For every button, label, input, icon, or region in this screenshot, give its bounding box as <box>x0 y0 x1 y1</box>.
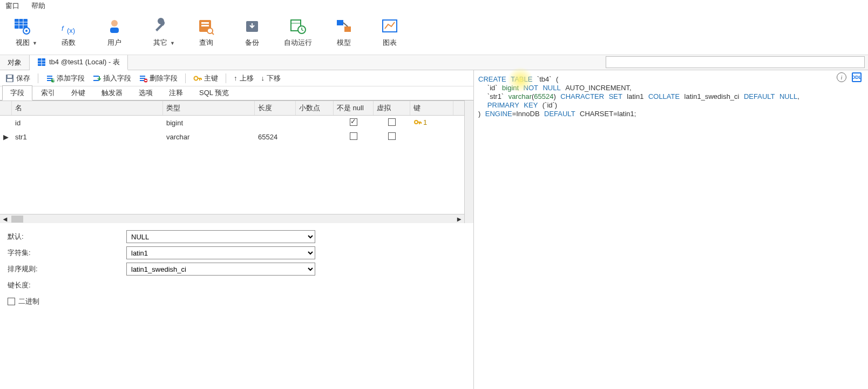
filter-input[interactable] <box>606 56 865 68</box>
query-icon <box>196 16 216 37</box>
ribbon-user[interactable]: 用户 <box>94 14 134 55</box>
designer-subtabs: 字段 索引 外键 触发器 选项 注释 SQL 预览 <box>0 86 473 100</box>
horizontal-scrollbar[interactable]: ◄► <box>0 214 464 223</box>
key-icon <box>193 74 202 83</box>
charset-label: 字符集: <box>8 248 126 258</box>
insert-field-button[interactable]: 插入字段 <box>90 72 133 84</box>
subtab-options[interactable]: 选项 <box>131 86 160 100</box>
keylen-label: 键长度: <box>8 280 126 290</box>
cell-key[interactable] <box>410 135 453 139</box>
notnull-checkbox[interactable] <box>350 132 357 140</box>
svg-line-22 <box>343 23 348 26</box>
row-selector[interactable] <box>0 121 12 125</box>
insert-field-icon <box>92 74 101 83</box>
col-virtual[interactable]: 虚拟 <box>374 101 410 115</box>
cell-decimals[interactable] <box>296 135 334 139</box>
user-icon <box>104 16 125 37</box>
subtab-comment[interactable]: 注释 <box>161 86 191 100</box>
vertical-scrollbar[interactable] <box>464 100 473 223</box>
add-field-label: 添加字段 <box>57 73 85 83</box>
cell-type[interactable]: varchar <box>163 131 255 143</box>
move-up-label: 上移 <box>240 73 254 83</box>
subtab-triggers[interactable]: 触发器 <box>94 86 130 100</box>
move-down-button[interactable]: ↓ 下移 <box>259 72 283 84</box>
default-label: 默认: <box>8 232 126 242</box>
collation-label: 排序规则: <box>8 264 126 274</box>
menu-help[interactable]: 帮助 <box>31 1 45 11</box>
ribbon-function[interactable]: f(x) 函数 <box>48 14 89 55</box>
subtab-indexes[interactable]: 索引 <box>33 86 63 100</box>
svg-text:(x): (x) <box>67 26 75 35</box>
move-up-button[interactable]: ↑ 上移 <box>232 72 256 84</box>
separator <box>38 73 38 83</box>
col-type[interactable]: 类型 <box>163 101 255 115</box>
tab-designer[interactable]: tb4 @test1 (Local) - 表 <box>30 55 128 70</box>
chart-icon <box>379 16 400 37</box>
ribbon-other[interactable]: 其它 ▼ <box>140 14 180 55</box>
binary-label: 二进制 <box>18 297 39 306</box>
grid-header: 名 类型 长度 小数点 不是 null 虚拟 键 <box>0 100 464 116</box>
ribbon-model[interactable]: 模型 <box>323 14 364 55</box>
ribbon-autorun[interactable]: 自动运行 <box>277 14 318 55</box>
svg-point-43 <box>194 76 198 80</box>
subtab-foreign-keys[interactable]: 外键 <box>64 86 93 100</box>
cell-name[interactable]: id <box>12 117 163 129</box>
svg-rect-20 <box>337 20 343 25</box>
virtual-checkbox[interactable] <box>388 118 396 126</box>
tab-objects-label: 对象 <box>8 58 22 68</box>
svg-text:f: f <box>62 24 64 32</box>
ribbon-query-label: 查询 <box>199 38 213 48</box>
col-decimals[interactable]: 小数点 <box>296 101 334 115</box>
ribbon-view-label: 视图 <box>16 38 30 48</box>
fx-icon: f(x) <box>58 16 79 37</box>
pk-label: 主键 <box>204 73 218 83</box>
cell-name[interactable]: str1 <box>12 131 163 143</box>
collation-select[interactable]: latin1_swedish_ci <box>126 263 315 276</box>
default-select[interactable]: NULL <box>126 230 315 243</box>
svg-rect-10 <box>110 28 119 33</box>
primary-key-indicator: 1 <box>413 118 427 126</box>
delete-field-button[interactable]: 删除字段 <box>137 72 180 84</box>
binary-checkbox[interactable] <box>8 298 15 305</box>
ribbon-chart[interactable]: 图表 <box>369 14 410 55</box>
notnull-checkbox[interactable] <box>350 118 357 126</box>
arrow-down-icon: ↓ <box>261 74 265 82</box>
table-row[interactable]: id bigint 1 <box>0 116 464 130</box>
add-field-button[interactable]: + 添加字段 <box>44 72 87 84</box>
row-selector[interactable]: ▶ <box>0 131 12 143</box>
svg-rect-30 <box>7 79 12 82</box>
ribbon-query[interactable]: 查询 <box>186 14 226 55</box>
subtab-fields[interactable]: 字段 <box>2 85 32 100</box>
sql-text: CREATE TABLE `tb4` ( `id` bigint NOT NUL… <box>478 75 868 118</box>
tab-designer-label: tb4 @test1 (Local) - 表 <box>49 57 120 67</box>
cell-type[interactable]: bigint <box>163 117 255 129</box>
filter-box <box>606 56 865 69</box>
info-icon[interactable]: i <box>837 72 846 82</box>
menu-window[interactable]: 窗口 <box>5 1 19 11</box>
col-key[interactable]: 键 <box>410 101 453 115</box>
ribbon-function-label: 函数 <box>62 38 76 48</box>
designer-panel: 保存 + 添加字段 插入字段 删除字段 主键 ↑ 上 <box>0 70 474 389</box>
tab-objects[interactable]: 对象 <box>0 55 30 70</box>
ddl-panel: i DDL CREATE TABLE `tb4` ( `id` bigint N… <box>474 70 868 389</box>
binary-checkbox-row[interactable]: 二进制 <box>8 297 39 306</box>
ddl-icon[interactable]: DDL <box>852 72 862 82</box>
virtual-checkbox[interactable] <box>388 132 396 140</box>
chevron-down-icon: ▼ <box>32 41 37 46</box>
col-name[interactable]: 名 <box>12 101 163 115</box>
charset-select[interactable]: latin1 <box>126 246 315 259</box>
cell-decimals[interactable] <box>296 121 334 125</box>
svg-rect-12 <box>201 22 209 24</box>
ribbon-view[interactable]: 视图 ▼ <box>2 14 43 55</box>
cell-length[interactable]: 65524 <box>255 131 296 143</box>
subtab-sql-preview[interactable]: SQL 预览 <box>192 86 236 100</box>
cell-length[interactable] <box>255 121 296 125</box>
save-button[interactable]: 保存 <box>3 72 32 84</box>
ribbon: 视图 ▼ f(x) 函数 用户 其它 ▼ 查询 备份 自动运行 模型 图表 <box>0 12 868 55</box>
col-length[interactable]: 长度 <box>255 101 296 115</box>
table-row[interactable]: ▶ str1 varchar 65524 <box>0 130 464 144</box>
ribbon-backup[interactable]: 备份 <box>232 14 272 55</box>
primary-key-button[interactable]: 主键 <box>191 72 220 84</box>
col-notnull[interactable]: 不是 null <box>334 101 374 115</box>
svg-point-9 <box>111 20 118 26</box>
